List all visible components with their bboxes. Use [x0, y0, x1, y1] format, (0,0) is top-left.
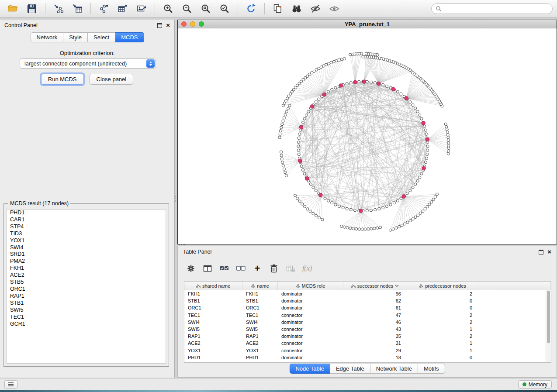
table-row[interactable]: STB1STB1dominator620	[184, 297, 551, 304]
save-session-button[interactable]	[23, 2, 41, 16]
table-row[interactable]: FKH1FKH1dominator962	[184, 290, 551, 297]
export-image-button[interactable]	[133, 2, 150, 16]
tab-network[interactable]: Network	[30, 32, 63, 42]
column-header-shared-name[interactable]: shared name	[184, 282, 242, 290]
column-header-label: name	[257, 283, 269, 289]
tab-style[interactable]: Style	[63, 32, 88, 42]
mcds-result-item[interactable]: FKH1	[7, 265, 166, 272]
close-panel-button[interactable]: Close panel	[90, 74, 134, 85]
column-header-mcds-role[interactable]: MCDS role	[278, 282, 343, 290]
export-table-button[interactable]	[114, 2, 131, 16]
scrollbar-thumb[interactable]	[547, 291, 550, 343]
table-cell: SWI5	[184, 327, 242, 332]
refresh-layout-button[interactable]	[242, 2, 260, 16]
mcds-result-item[interactable]: SWI5	[7, 307, 166, 314]
vertical-splitter-handle[interactable]	[174, 196, 176, 202]
table-row[interactable]: SWI5SWI5connector431	[184, 326, 551, 333]
table-settings-button[interactable]	[184, 262, 198, 275]
copy-view-button[interactable]	[269, 2, 287, 16]
mcds-result-item[interactable]: CAR1	[7, 217, 166, 224]
open-session-button[interactable]	[4, 2, 22, 16]
table-row[interactable]: PHD1PHD1dominator180	[184, 354, 551, 361]
table-cell: TEC1	[242, 313, 278, 318]
memory-status-icon	[522, 382, 526, 386]
delete-row-button[interactable]	[267, 262, 281, 275]
toolbar-search-input[interactable]	[444, 5, 548, 12]
mcds-result-item[interactable]: YOX1	[7, 237, 166, 244]
mcds-result-item[interactable]: STP4	[7, 224, 166, 230]
table-cell: dominator	[278, 320, 343, 325]
show-graphics-details-button[interactable]	[325, 2, 343, 16]
zoom-in-button[interactable]	[159, 2, 177, 16]
window-maximize-button[interactable]	[199, 21, 204, 27]
select-all-button[interactable]	[217, 262, 231, 275]
criterion-dropdown[interactable]: largest connected component (undirected)	[20, 58, 156, 69]
mcds-result-item[interactable]: SWI4	[7, 244, 166, 251]
export-table-icon	[117, 3, 128, 14]
column-selector-button[interactable]	[201, 262, 214, 275]
table-panel: Table Panel ×	[177, 246, 557, 378]
zoom-selected-button[interactable]	[216, 2, 233, 16]
tab-edge-table[interactable]: Edge Table	[330, 364, 370, 374]
import-table-button[interactable]	[69, 2, 86, 16]
mcds-result-list[interactable]: PHD1CAR1STP4TID3YOX1SWI4SRD1PMA2FKH1ACE2…	[7, 209, 166, 364]
mcds-result-item[interactable]: RAP1	[7, 293, 166, 300]
close-panel-icon[interactable]: ×	[547, 249, 551, 254]
mcds-result-item[interactable]: GCR1	[7, 321, 166, 328]
tab-mcds[interactable]: MCDS	[115, 32, 144, 42]
mcds-result-item[interactable]: STB1	[7, 300, 166, 307]
mcds-result-item[interactable]: TEC1	[7, 314, 166, 321]
close-panel-icon[interactable]: ×	[166, 23, 170, 28]
add-row-button[interactable]: +	[250, 262, 264, 275]
table-row[interactable]: RAP1RAP1dominator352	[184, 333, 551, 340]
mcds-result-item[interactable]: STB5	[7, 279, 166, 286]
window-close-button[interactable]	[181, 21, 187, 27]
find-button[interactable]	[288, 2, 305, 16]
table-cell: connector	[278, 327, 343, 332]
network-canvas[interactable]	[178, 28, 557, 244]
search-box[interactable]	[431, 3, 553, 14]
table-cell: TEC1	[184, 313, 242, 318]
column-header-label: successor nodes	[357, 283, 394, 289]
table-row[interactable]: SWI4SWI4dominator462	[184, 319, 551, 326]
tab-motifs[interactable]: Motifs	[418, 364, 445, 374]
table-scrollbar[interactable]	[546, 290, 551, 362]
network-titlebar[interactable]: YPA_prune.txt_1	[178, 20, 557, 28]
float-panel-icon[interactable]	[157, 23, 162, 28]
zoom-out-button[interactable]	[178, 2, 196, 16]
tab-network-table[interactable]: Network Table	[370, 364, 418, 374]
zoom-fit-button[interactable]	[197, 2, 214, 16]
tab-node-table[interactable]: Node Table	[289, 364, 330, 374]
toolbar-separator	[45, 3, 45, 14]
table-cell: 2	[407, 291, 478, 296]
mcds-result-item[interactable]: ORC1	[7, 286, 166, 293]
table-row[interactable]: ACE2ACE2connector311	[184, 340, 551, 347]
table-row[interactable]: YOX1YOX1connector291	[184, 347, 551, 354]
mcds-result-item[interactable]: ACE2	[7, 272, 166, 279]
table-row[interactable]: ORC1ORC1dominator610	[184, 304, 551, 311]
trash-icon	[269, 263, 279, 274]
criterion-selected-value: largest connected component (undirected)	[20, 61, 146, 67]
deselect-all-button[interactable]	[234, 262, 248, 275]
node-table: shared namenameMCDS rolesuccessor nodesp…	[184, 281, 551, 363]
mcds-result-item[interactable]: PMA2	[7, 258, 166, 265]
console-toggle-button[interactable]	[4, 380, 17, 389]
hide-graphics-details-button[interactable]	[307, 2, 324, 16]
memory-button[interactable]: Memory	[518, 380, 552, 389]
column-header-name[interactable]: name	[242, 282, 278, 290]
float-panel-icon[interactable]	[539, 250, 543, 254]
zoom-selected-icon	[219, 3, 230, 14]
column-header-successor-nodes[interactable]: successor nodes	[343, 282, 407, 290]
table-row[interactable]: TEC1TEC1connector472	[184, 312, 551, 319]
export-network-button[interactable]	[95, 2, 113, 16]
window-minimize-button[interactable]	[190, 21, 195, 27]
import-network-button[interactable]	[50, 2, 67, 16]
mcds-result-item[interactable]: TID3	[7, 230, 166, 237]
mcds-result-item[interactable]: PHD1	[7, 210, 166, 217]
mcds-result-item[interactable]: SRD1	[7, 251, 166, 258]
column-header-label: MCDS role	[302, 283, 325, 289]
run-mcds-button[interactable]: Run MCDS	[41, 74, 84, 85]
column-header-predecessor-nodes[interactable]: predecessor nodes	[407, 282, 478, 290]
toolbar-separator	[155, 3, 155, 14]
tab-select[interactable]: Select	[88, 32, 115, 42]
